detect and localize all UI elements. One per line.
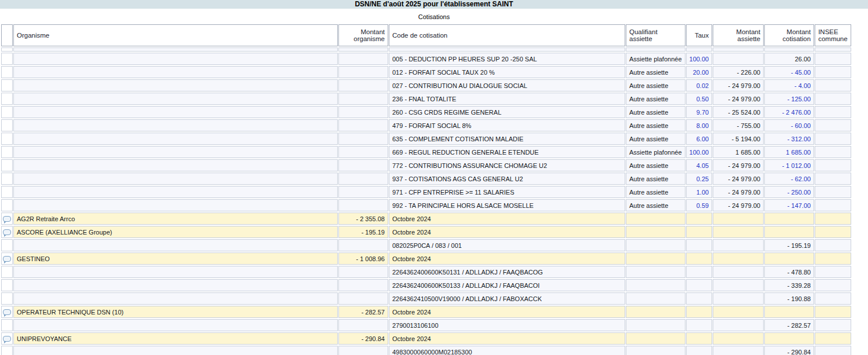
cell-code[interactable]: 4983000060000M02185300	[389, 346, 625, 355]
cell-icon[interactable]	[1, 279, 13, 291]
cell-montant-cotisation[interactable]: - 2 476.00	[764, 106, 814, 118]
cell-montant-assiette[interactable]	[713, 226, 764, 238]
cell-montant-organisme[interactable]: - 195.19	[338, 226, 388, 238]
cell-insee[interactable]	[815, 133, 851, 145]
comment-bubble-icon[interactable]	[3, 336, 11, 342]
table-row[interactable]: 260 - CSG CRDS REGIME GENERALAutre assie…	[1, 106, 851, 118]
cell-icon[interactable]	[1, 79, 13, 92]
cell-qualifiant[interactable]	[626, 306, 685, 318]
table-row[interactable]: 2264362410500V19000 / ADLLADKJ / FABOXAC…	[1, 292, 851, 305]
cell-montant-cotisation[interactable]: - 250.00	[764, 186, 814, 198]
cell-montant-assiette[interactable]	[713, 239, 764, 251]
cell-montant-cotisation[interactable]: - 4.00	[764, 79, 814, 92]
column-header-montant_assiette[interactable]: Montant assiette	[713, 24, 764, 46]
table-row[interactable]: OPERATEUR TECHNIQUE DSN (10)- 282.57Octo…	[1, 306, 851, 318]
cell-montant-assiette[interactable]	[713, 332, 764, 345]
cell-code[interactable]: 2264362410500V19000 / ADLLADKJ / FABOXAC…	[389, 292, 625, 305]
cell-montant-assiette[interactable]	[713, 252, 764, 265]
cell-organisme[interactable]	[13, 66, 338, 78]
cell-montant-organisme[interactable]: - 282.57	[338, 306, 388, 318]
cell-insee[interactable]	[815, 66, 851, 78]
cell-qualifiant[interactable]: Assiette plafonnée	[626, 53, 685, 65]
cell-taux[interactable]: 20.00	[686, 66, 713, 78]
cell-qualifiant[interactable]: Autre assiette	[626, 106, 685, 118]
cell-qualifiant[interactable]	[626, 266, 685, 278]
table-row[interactable]: 2264362400600K50131 / ADLLADKJ / FAAQBAC…	[1, 266, 851, 278]
cell-code[interactable]: 012 - FORFAIT SOCIAL TAUX 20 %	[389, 66, 625, 78]
cell-organisme[interactable]	[13, 133, 338, 145]
cell-code[interactable]: 027 - CONTRIBUTION AU DIALOGUE SOCIAL	[389, 79, 625, 92]
cell-code[interactable]: 669 - REGUL REDUCTION GENERALE ETENDUE	[389, 146, 625, 158]
cell-montant-cotisation[interactable]: - 339.28	[764, 279, 814, 291]
cell-organisme[interactable]: AG2R Retraite Arrco	[13, 213, 338, 225]
cell-code[interactable]: 635 - COMPLEMENT COTISATION MALADIE	[389, 133, 625, 145]
cell-icon[interactable]	[1, 239, 13, 251]
cell-montant-organisme[interactable]	[338, 159, 388, 171]
cell-organisme[interactable]: OPERATEUR TECHNIQUE DSN (10)	[13, 306, 338, 318]
cell-montant-cotisation[interactable]: 26.00	[764, 53, 814, 65]
cell-icon[interactable]	[1, 146, 13, 158]
cell-icon[interactable]	[1, 119, 13, 131]
cell-taux[interactable]: 0.50	[686, 93, 713, 105]
cell-qualifiant[interactable]	[626, 292, 685, 305]
cell-taux[interactable]: 6.00	[686, 133, 713, 145]
cell-montant-organisme[interactable]	[338, 173, 388, 185]
cell-organisme[interactable]	[13, 199, 338, 211]
cell-icon[interactable]	[1, 133, 13, 145]
cell-insee[interactable]	[815, 106, 851, 118]
comment-bubble-icon[interactable]	[3, 256, 11, 262]
table-row[interactable]: 005 - DEDUCTION PP HEURES SUP 20 -250 SA…	[1, 53, 851, 65]
cell-qualifiant[interactable]: Autre assiette	[626, 173, 685, 185]
cell-taux[interactable]: 1.00	[686, 186, 713, 198]
cell-organisme[interactable]	[13, 279, 338, 291]
cell-icon[interactable]	[1, 266, 13, 278]
cell-qualifiant[interactable]	[626, 332, 685, 345]
cell-code[interactable]: 005 - DEDUCTION PP HEURES SUP 20 -250 SA…	[389, 53, 625, 65]
cell-insee[interactable]	[815, 146, 851, 158]
cell-code[interactable]: 2264362400600K50131 / ADLLADKJ / FAAQBAC…	[389, 266, 625, 278]
cell-icon[interactable]	[1, 332, 13, 345]
cell-montant-assiette[interactable]: - 226.00	[713, 66, 764, 78]
cell-montant-organisme[interactable]	[338, 319, 388, 331]
column-header-icon[interactable]	[1, 24, 13, 46]
cell-montant-assiette[interactable]	[713, 279, 764, 291]
table-row[interactable]: 971 - CFP ENTREPRISE >= 11 SALARIESAutre…	[1, 186, 851, 198]
cell-montant-assiette[interactable]: - 24 979.00	[713, 173, 764, 185]
table-row[interactable]: 669 - REGUL REDUCTION GENERALE ETENDUEAs…	[1, 146, 851, 158]
cell-insee[interactable]	[815, 53, 851, 65]
cell-icon[interactable]	[1, 66, 13, 78]
cell-montant-assiette[interactable]	[713, 346, 764, 355]
cell-montant-assiette[interactable]: - 25 524.00	[713, 106, 764, 118]
cell-qualifiant[interactable]	[626, 213, 685, 225]
cell-insee[interactable]	[815, 279, 851, 291]
cell-insee[interactable]	[815, 292, 851, 305]
table-row[interactable]: GESTINEO- 1 008.96Octobre 2024	[1, 252, 851, 265]
cell-qualifiant[interactable]: Autre assiette	[626, 66, 685, 78]
cell-icon[interactable]	[1, 292, 13, 305]
cell-icon[interactable]	[1, 106, 13, 118]
cell-montant-cotisation[interactable]: 1 685.00	[764, 146, 814, 158]
cell-qualifiant[interactable]	[626, 319, 685, 331]
cell-taux[interactable]	[686, 252, 713, 265]
cell-montant-cotisation[interactable]: - 45.00	[764, 66, 814, 78]
cell-montant-organisme[interactable]	[338, 199, 388, 211]
comment-bubble-icon[interactable]	[3, 216, 11, 222]
cell-insee[interactable]	[815, 319, 851, 331]
column-header-qualifiant[interactable]: Qualifiant assiette	[626, 24, 685, 46]
cell-organisme[interactable]	[13, 93, 338, 105]
comment-bubble-icon[interactable]	[3, 309, 11, 315]
cell-montant-assiette[interactable]: - 24 979.00	[713, 159, 764, 171]
cell-qualifiant[interactable]: Autre assiette	[626, 79, 685, 92]
cell-insee[interactable]	[815, 252, 851, 265]
cell-montant-cotisation[interactable]	[764, 252, 814, 265]
cell-montant-assiette[interactable]	[713, 47, 764, 52]
cell-organisme[interactable]	[13, 119, 338, 131]
table-row[interactable]: 2790013106100- 282.57	[1, 319, 851, 331]
cell-taux[interactable]: 8.00	[686, 119, 713, 131]
cell-montant-assiette[interactable]: 1 685.00	[713, 146, 764, 158]
cell-montant-assiette[interactable]	[713, 292, 764, 305]
cell-qualifiant[interactable]	[626, 346, 685, 355]
table-row[interactable]: 236 - FNAL TOTALITEAutre assiette0.50- 2…	[1, 93, 851, 105]
cell-taux[interactable]	[686, 292, 713, 305]
cell-montant-organisme[interactable]: - 290.84	[338, 332, 388, 345]
